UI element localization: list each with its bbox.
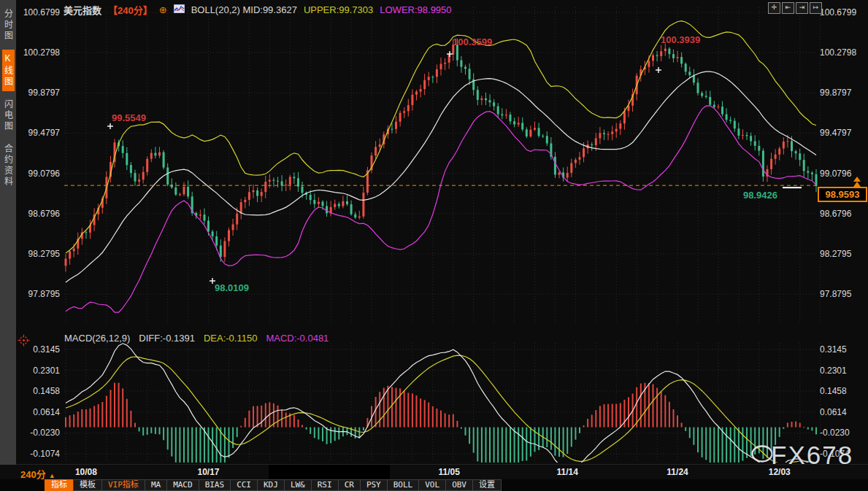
macd-tick-right-5: -0.1074 [820, 449, 850, 459]
price-tick-left-4: 99.0796 [19, 169, 60, 179]
toolbar-item-15[interactable]: 设置 [472, 479, 502, 491]
price-tick-left-6: 98.2795 [19, 249, 60, 259]
chart-tool-buttons: ✛⇤⇥↦ [768, 2, 822, 14]
price-tick-left-1: 100.2798 [19, 47, 60, 58]
toolbar-item-4[interactable]: MACD [166, 479, 199, 491]
macd-tick-right-3: 0.0614 [820, 407, 847, 417]
macd-tick-left-3: 0.0614 [19, 407, 60, 417]
price-tick-left-2: 99.8797 [19, 88, 60, 98]
toolbar-item-7[interactable]: KDJ [257, 479, 285, 491]
sidebar-tab-3[interactable]: 合约资料 [2, 140, 15, 191]
toolbar-item-9[interactable]: RSI [311, 479, 339, 491]
price-annotation-0: 99.5549 [112, 112, 146, 123]
toolbar-item-14[interactable]: OBV [445, 479, 473, 491]
price-tick-right-2: 99.8797 [820, 88, 851, 98]
current-price-box[interactable]: 98.9593 [818, 187, 867, 202]
toolbar-item-10[interactable]: CR [338, 479, 361, 491]
macd-tick-left-2: 0.1458 [19, 386, 60, 396]
toolbar-item-3[interactable]: MA [145, 479, 167, 491]
symbol-name: 美元指数 [64, 3, 101, 17]
macd-header: MACD(26,12,9) DIFF:-0.1391 DEA:-0.1150 M… [64, 333, 329, 344]
indicator-toolbar: 指标模板VIP指标MAMACDBIASCCIKDJLW&RSICRPSYBOLL… [0, 479, 868, 491]
macd-name: MACD(26,12,9) [64, 333, 130, 344]
macd-tick-right-2: 0.1458 [820, 386, 847, 396]
macd-tick-left-5: -0.1074 [19, 449, 60, 459]
toolbar-item-5[interactable]: BIAS [199, 479, 231, 491]
price-tick-left-7: 97.8795 [19, 289, 60, 299]
price-tick-right-7: 97.8795 [820, 289, 851, 299]
toolbar-item-11[interactable]: PSY [360, 479, 388, 491]
blackout-rect [269, 465, 390, 480]
chart-header: 美元指数 【240分】 ⊕ BOLL(20,2) MID:99.3627 UPP… [64, 3, 452, 17]
toolbar-item-2[interactable]: VIP指标 [101, 479, 145, 491]
crosshair-icon[interactable]: ✛ [768, 2, 780, 14]
left-tab-bar: 分时图K线图闪电图合约资料 [0, 0, 16, 465]
macd-tick-right-4: -0.0230 [820, 428, 850, 438]
boll-lower-value: LOWER:98.9950 [380, 4, 451, 15]
boll-upper-value: UPPER:99.7303 [304, 4, 373, 15]
up-triangle-icon: ▲ [49, 472, 55, 479]
pan-right-icon[interactable]: ↦ [810, 2, 822, 14]
price-tick-left-5: 98.6796 [19, 209, 60, 219]
price-up-arrow-icon [853, 177, 861, 182]
macd-tick-left-1: 0.2301 [19, 366, 60, 376]
boll-mid-value: BOLL(20,2) MID:99.3627 [191, 4, 297, 15]
macd-tick-right-0: 0.3145 [820, 344, 847, 355]
price-tick-right-3: 99.4797 [820, 128, 851, 138]
y-axis-scale-icon[interactable]: ⇤ [782, 2, 794, 14]
date-label-1: 10/17 [198, 467, 220, 477]
trading-app-window: 分时图K线图闪电图合约资料 美元指数 【240分】 ⊕ BOLL(20,2) M… [0, 0, 868, 491]
add-overlay-icon[interactable]: ⊕ [159, 4, 167, 15]
price-tick-right-4: 99.0796 [820, 169, 851, 179]
mini-chart-icon[interactable] [174, 4, 185, 15]
macd-tick-left-4: -0.0230 [19, 428, 60, 438]
price-tick-left-3: 99.4797 [19, 128, 60, 138]
price-annotation-2: 100.3939 [661, 34, 700, 45]
toolbar-item-12[interactable]: BOLL [387, 479, 420, 491]
price-annotation-4: 98.9426 [743, 190, 777, 201]
target-icon[interactable] [18, 334, 30, 349]
price-tick-right-0: 100.6799 [820, 7, 856, 18]
price-tick-left-0: 100.6799 [19, 7, 60, 18]
date-label-2: 11/05 [438, 467, 459, 477]
date-axis-row: 240分▲ 10/0810/1711/0511/1411/2412/03 [0, 464, 868, 480]
toolbar-item-6[interactable]: CCI [230, 479, 258, 491]
sidebar-tab-0[interactable]: 分时图 [2, 5, 15, 45]
macd-macd-value: MACD:-0.0481 [266, 333, 329, 344]
price-tick-right-1: 100.2798 [820, 47, 856, 58]
toolbar-item-0[interactable]: 指标 [45, 479, 74, 491]
macd-tick-right-1: 0.2301 [820, 366, 847, 376]
date-label-4: 11/24 [667, 467, 688, 477]
date-label-5: 12/03 [769, 467, 791, 477]
toolbar-item-13[interactable]: VOL [418, 479, 446, 491]
date-label-3: 11/14 [557, 467, 578, 477]
chart-canvas[interactable] [0, 0, 868, 491]
toolbar-spacer [0, 479, 45, 491]
x-axis-scale-icon[interactable]: ⇥ [796, 2, 808, 14]
date-label-0: 10/08 [75, 467, 97, 477]
sidebar-tab-2[interactable]: 闪电图 [2, 96, 15, 136]
toolbar-item-1[interactable]: 模板 [73, 479, 102, 491]
period-label[interactable]: 【240分】 [108, 3, 153, 17]
price-annotation-1: 100.3599 [453, 36, 492, 47]
price-tick-right-6: 98.2795 [820, 249, 851, 259]
toolbar-item-8[interactable]: LW& [284, 479, 312, 491]
price-up-arrow-icon [853, 182, 861, 187]
sidebar-tab-1[interactable]: K线图 [2, 50, 15, 91]
macd-dea-value: DEA:-0.1150 [204, 333, 257, 344]
macd-diff-value: DIFF:-0.1391 [139, 333, 195, 344]
price-tick-right-5: 98.6796 [820, 209, 851, 219]
price-annotation-3: 98.0109 [215, 282, 249, 293]
